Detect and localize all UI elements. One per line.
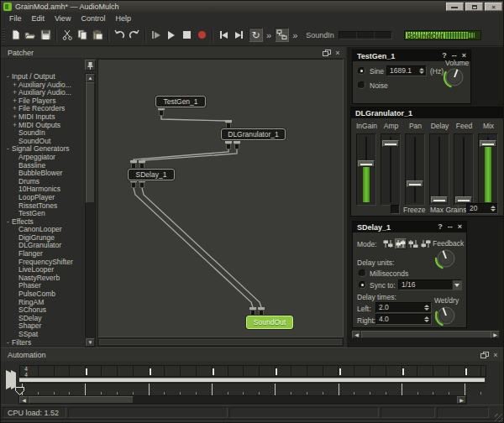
tree-expand-marker[interactable]: - [4, 218, 12, 227]
minimize-button[interactable] [446, 3, 464, 11]
canvas-scrollbar-thumb[interactable] [99, 339, 342, 345]
automation-horizontal-scrollbar[interactable]: ◀ ▶ [18, 395, 467, 405]
slider-handle[interactable] [455, 196, 472, 203]
sdelay-output-pin-left[interactable] [130, 180, 137, 188]
playhead-marker[interactable] [15, 387, 24, 395]
testgen-output-pin[interactable] [158, 107, 165, 116]
sync-value-dropdown[interactable]: 1/16 [398, 279, 462, 290]
slider-handle[interactable] [431, 196, 448, 203]
sdelay-panel-titlebar[interactable]: SDelay_1 ? -- × [353, 222, 466, 232]
bar-strip[interactable]: 44 [19, 365, 486, 377]
sdelay-input-pin-left[interactable] [130, 160, 137, 169]
close-button[interactable]: × [485, 3, 502, 11]
close-panel-button[interactable]: × [458, 222, 462, 232]
copy-button[interactable] [75, 28, 90, 43]
slider-handle[interactable] [407, 180, 423, 187]
loop-toggle-button[interactable]: ↻ [249, 28, 263, 42]
mode-button-1[interactable] [382, 238, 394, 249]
mode-button-2-selected[interactable] [395, 238, 407, 249]
automation-panel-header[interactable]: Automation × [1, 349, 504, 361]
slider-handle[interactable] [358, 160, 375, 167]
milliseconds-radio[interactable] [359, 269, 366, 277]
scroll-left-arrow[interactable]: ◀ [352, 331, 361, 338]
node-soundout[interactable]: SoundOut [246, 316, 293, 329]
node-testgen[interactable]: TestGen_1 [155, 96, 206, 107]
tree-item[interactable]: DLGranulator [3, 242, 83, 250]
tree-expand-marker[interactable]: - [4, 339, 12, 347]
record-button[interactable] [194, 28, 209, 43]
dock-horizontal-scrollbar[interactable]: ◀ ▶ [351, 330, 501, 339]
patcher-panel-header[interactable]: Patcher × [1, 47, 345, 59]
tree-item[interactable]: Shaper [3, 322, 83, 331]
play-button[interactable] [164, 28, 179, 43]
undo-button[interactable] [112, 28, 127, 43]
slider-track[interactable] [381, 133, 401, 206]
tree-scrollbar-thumb[interactable] [86, 82, 95, 203]
sdelay-output-pin-right[interactable] [139, 180, 145, 188]
skip-to-start-button[interactable] [216, 28, 231, 43]
toolbar-overflow-chevron-2[interactable]: » [289, 30, 301, 40]
slider-handle[interactable] [480, 140, 496, 147]
loop-region-bar[interactable] [19, 378, 485, 382]
automation-scrollbar-thumb[interactable] [29, 396, 134, 404]
slider-track[interactable] [356, 133, 376, 206]
resize-grip[interactable] [495, 414, 504, 423]
tree-item[interactable]: BubbleBlower [3, 170, 83, 178]
wetdry-knob[interactable] [435, 305, 458, 327]
left-delay-field[interactable]: 2.0 [375, 302, 432, 313]
sync-to-radio[interactable] [359, 281, 366, 289]
mode-button-3[interactable] [407, 238, 419, 249]
soundout-input-pin-right[interactable] [258, 307, 265, 316]
volume-knob[interactable] [444, 66, 466, 89]
patcher-view-toggle-button[interactable] [275, 28, 289, 42]
tree-item[interactable]: NastyReverb [3, 274, 83, 283]
sine-radio[interactable] [358, 67, 365, 75]
patcher-canvas[interactable]: TestGen_1 DLGranulator_1 SDelay_1 SoundO… [97, 59, 344, 337]
redo-button[interactable] [127, 28, 142, 43]
pin-button[interactable] [85, 60, 96, 70]
slider-track[interactable] [478, 133, 498, 206]
scroll-up-arrow[interactable]: ▲ [86, 74, 95, 82]
node-dlgranulator[interactable]: DLGranulator_1 [221, 128, 286, 140]
right-delay-field[interactable]: 4.0 [375, 314, 432, 325]
freeze-checkbox[interactable] [391, 205, 400, 214]
dock-scrollbar-thumb[interactable] [361, 331, 492, 338]
feedback-knob[interactable] [435, 248, 458, 270]
tree-item[interactable]: SDelay [3, 315, 83, 323]
patcher-float-icon[interactable] [323, 49, 331, 57]
tree-expand-marker[interactable]: - [4, 73, 12, 81]
dlgranulator-output-pin-left[interactable] [225, 141, 232, 149]
scroll-right-arrow[interactable]: ▶ [491, 331, 500, 338]
dlgranulator-panel-titlebar[interactable]: DLGranulator_1 [351, 107, 504, 118]
node-sdelay[interactable]: SDelay_1 [128, 169, 175, 180]
play-from-start-button[interactable] [149, 28, 164, 43]
tree-item[interactable]: -Filters [3, 339, 83, 347]
menu-control[interactable]: Control [76, 14, 110, 23]
dlgranulator-input-pin[interactable] [225, 120, 232, 128]
new-file-button[interactable] [8, 28, 23, 43]
bar-ruler[interactable] [19, 383, 486, 394]
slider-track[interactable] [454, 133, 474, 206]
cut-button[interactable] [60, 28, 75, 43]
help-button[interactable]: ? [438, 222, 443, 232]
automation-float-icon[interactable] [480, 351, 489, 359]
stop-button[interactable] [179, 28, 194, 43]
paste-button[interactable] [90, 28, 105, 43]
scroll-right-arrow[interactable]: ▶ [457, 396, 466, 404]
tree-vertical-scrollbar[interactable]: ▲ ▼ [85, 73, 96, 347]
sdelay-input-pin-right[interactable] [139, 160, 145, 169]
follow-playback-icon[interactable] [6, 373, 16, 385]
title-bar[interactable]: GrainMod.amh* — AudioMulch × [1, 1, 504, 13]
slider-handle[interactable] [382, 140, 399, 147]
slider-track[interactable] [429, 133, 449, 206]
dlgranulator-output-pin-right[interactable] [234, 141, 240, 149]
max-grains-spinner[interactable] [489, 204, 496, 213]
tree-item[interactable]: SChorus [3, 306, 83, 315]
left-delay-spinner[interactable] [423, 303, 430, 312]
slider-track[interactable] [405, 133, 425, 206]
skip-to-end-button[interactable] [231, 28, 246, 43]
right-delay-spinner[interactable] [423, 315, 430, 324]
open-file-button[interactable] [23, 28, 38, 43]
max-grains-field[interactable]: 20 [466, 203, 498, 214]
menu-file[interactable]: File [4, 14, 27, 23]
